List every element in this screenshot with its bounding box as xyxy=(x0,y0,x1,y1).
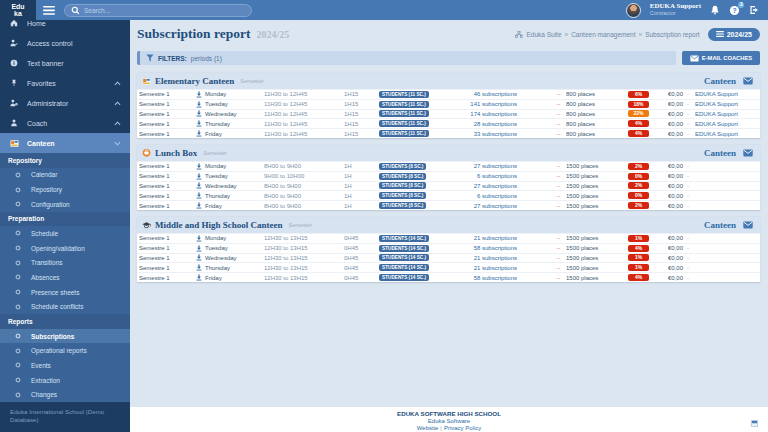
footer-company-link[interactable]: Eduka Software xyxy=(130,418,768,424)
sidebar-item-transitions[interactable]: Transitions xyxy=(0,255,130,270)
row-subscriptions-link[interactable]: 27 subscriptions xyxy=(431,203,517,209)
section-canteen-link[interactable]: Canteen xyxy=(704,220,736,230)
students-badge[interactable]: STUDENTS (14 SC.) xyxy=(379,274,429,281)
envelope-icon[interactable] xyxy=(743,149,753,157)
sidebar-item-coach[interactable]: Coach xyxy=(0,113,130,133)
download-icon[interactable] xyxy=(196,101,202,108)
notifications-bell-icon[interactable] xyxy=(710,5,720,15)
download-icon[interactable] xyxy=(196,182,202,189)
row-subscriptions-link[interactable]: 27 subscriptions xyxy=(431,183,517,189)
sidebar-item-home[interactable]: Home xyxy=(0,20,130,33)
row-subscriptions-link[interactable]: 58 subscriptions xyxy=(431,245,517,251)
download-icon[interactable] xyxy=(196,110,202,117)
database-icon[interactable] xyxy=(750,419,759,428)
row-subscriptions-link[interactable]: 21 subscriptions xyxy=(431,265,517,271)
search-input[interactable] xyxy=(84,7,245,14)
students-badge[interactable]: STUDENTS (8 SC.) xyxy=(379,202,426,209)
email-coaches-button[interactable]: E-MAIL COACHES xyxy=(682,51,760,65)
students-badge[interactable]: STUDENTS (8 SC.) xyxy=(379,192,426,199)
sidebar-item-schedule-conflicts[interactable]: Schedule conflicts xyxy=(0,300,130,315)
user-avatar[interactable] xyxy=(626,3,641,18)
download-icon[interactable] xyxy=(196,202,202,209)
envelope-icon[interactable] xyxy=(743,221,753,229)
download-icon[interactable] xyxy=(196,173,202,180)
download-icon[interactable] xyxy=(196,163,202,170)
download-icon[interactable] xyxy=(196,91,202,98)
download-icon[interactable] xyxy=(196,245,202,252)
search-box[interactable] xyxy=(64,4,252,17)
students-badge[interactable]: STUDENTS (11 SC.) xyxy=(379,130,429,137)
user-role: Contractor xyxy=(650,10,701,18)
sidebar-item-presence-sheets[interactable]: Presence sheets xyxy=(0,285,130,300)
row-subscriptions-link[interactable]: 6 subscriptions xyxy=(431,173,517,179)
year-selector-button[interactable]: 2024/25 xyxy=(708,28,760,41)
students-badge[interactable]: STUDENTS (14 SC.) xyxy=(379,264,429,271)
row-range-dash: – xyxy=(517,203,563,209)
section-canteen-link[interactable]: Canteen xyxy=(704,148,736,158)
sidebar-item-access-control[interactable]: Access control xyxy=(0,33,130,53)
envelope-icon[interactable] xyxy=(743,77,753,85)
sidebar-item-subscriptions[interactable]: Subscriptions xyxy=(0,329,130,344)
sidebar-item-operational-reports[interactable]: Operational reports xyxy=(0,343,130,358)
download-icon[interactable] xyxy=(196,130,202,137)
footer-privacy-link[interactable]: Privacy Policy xyxy=(444,425,481,431)
footer-website-link[interactable]: Website xyxy=(417,425,439,431)
user-info[interactable]: EDUKA Support Contractor xyxy=(650,3,701,18)
row-students-cell: STUDENTS (8 SC.) xyxy=(379,163,431,170)
students-badge[interactable]: STUDENTS (11 SC.) xyxy=(379,101,429,108)
sidebar-item-configuration[interactable]: Configuration xyxy=(0,197,130,212)
sidebar-item-administrator[interactable]: Administrator xyxy=(0,93,130,113)
sidebar-item-favorites[interactable]: Favorites xyxy=(0,73,130,93)
app-logo[interactable]: Edu ka xyxy=(0,0,36,20)
students-badge[interactable]: STUDENTS (14 SC.) xyxy=(379,235,429,242)
row-subscriptions-link[interactable]: 33 subscriptions xyxy=(431,131,517,137)
sidebar-item-events[interactable]: Events xyxy=(0,358,130,373)
sidebar-item-repository[interactable]: Repository xyxy=(0,182,130,197)
help-icon[interactable]: ? 3 xyxy=(729,5,740,16)
download-icon[interactable] xyxy=(196,274,202,281)
sidebar-item-canteen[interactable]: Canteen xyxy=(0,133,130,153)
breadcrumb-link[interactable]: Canteen management xyxy=(571,31,635,38)
row-subscriptions-link[interactable]: 58 subscriptions xyxy=(431,275,517,281)
students-badge[interactable]: STUDENTS (8 SC.) xyxy=(379,182,426,189)
row-amount-dash: - xyxy=(683,121,693,127)
breadcrumb-link[interactable]: Eduka Suite xyxy=(526,31,561,38)
hamburger-menu-icon[interactable] xyxy=(43,6,55,15)
students-badge[interactable]: STUDENTS (11 SC.) xyxy=(379,120,429,127)
students-badge[interactable]: STUDENTS (14 SC.) xyxy=(379,245,429,252)
students-badge[interactable]: STUDENTS (8 SC.) xyxy=(379,173,426,180)
row-owner-link[interactable]: EDUKA Support xyxy=(693,101,760,107)
sidebar-item-calendar[interactable]: Calendar xyxy=(0,168,130,183)
download-icon[interactable] xyxy=(196,254,202,261)
sidebar-item-text-banner[interactable]: Text banner xyxy=(0,53,130,73)
students-badge[interactable]: STUDENTS (11 SC.) xyxy=(379,91,429,98)
sidebar-item-extraction[interactable]: Extraction xyxy=(0,373,130,388)
download-icon[interactable] xyxy=(196,192,202,199)
row-subscriptions-link[interactable]: 28 subscriptions xyxy=(431,121,517,127)
download-icon[interactable] xyxy=(196,120,202,127)
row-subscriptions-link[interactable]: 174 subscriptions xyxy=(431,111,517,117)
row-owner-link[interactable]: EDUKA Support xyxy=(693,91,760,97)
section-canteen-link[interactable]: Canteen xyxy=(704,76,736,86)
students-badge[interactable]: STUDENTS (14 SC.) xyxy=(379,254,429,261)
row-subscriptions-link[interactable]: 141 subscriptions xyxy=(431,101,517,107)
students-badge[interactable]: STUDENTS (11 SC.) xyxy=(379,110,429,117)
sidebar-item-changes[interactable]: Changes xyxy=(0,387,130,402)
row-subscriptions-link[interactable]: 21 subscriptions xyxy=(431,235,517,241)
row-subscriptions-link[interactable]: 46 subscriptions xyxy=(431,91,517,97)
row-owner-link[interactable]: EDUKA Support xyxy=(693,131,760,137)
students-badge[interactable]: STUDENTS (8 SC.) xyxy=(379,163,426,170)
download-icon[interactable] xyxy=(196,264,202,271)
row-subscriptions-link[interactable]: 6 subscriptions xyxy=(431,193,517,199)
sidebar-item-absences[interactable]: Absences xyxy=(0,270,130,285)
row-owner-link[interactable]: EDUKA Support xyxy=(693,111,760,117)
row-amount: €0,00 xyxy=(653,91,683,97)
row-owner-link[interactable]: EDUKA Support xyxy=(693,121,760,127)
row-subscriptions-link[interactable]: 27 subscriptions xyxy=(431,163,517,169)
sidebar-item-schedule[interactable]: Schedule xyxy=(0,226,130,241)
row-subscriptions-link[interactable]: 21 subscriptions xyxy=(431,255,517,261)
filters-bar[interactable]: FILTERS: periods (1) xyxy=(137,51,676,65)
logout-icon[interactable] xyxy=(749,5,759,15)
download-icon[interactable] xyxy=(196,235,202,242)
sidebar-item-opening-validation[interactable]: Opening/validation xyxy=(0,241,130,256)
